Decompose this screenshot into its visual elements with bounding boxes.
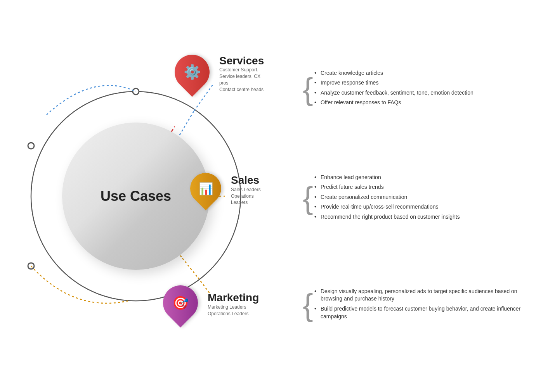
sales-title: Sales xyxy=(231,174,264,187)
sales-bullet-2: Predict future sales trends xyxy=(314,183,532,191)
diagram-area: Use Cases ⚙️ Services Customer Support, … xyxy=(23,22,264,371)
services-bullet-2: Improve response times xyxy=(314,79,532,87)
sales-bullet-list: Enhance lead generation Predict future s… xyxy=(314,174,532,221)
sales-bullet-4: Provide real-time up/cross-sell recommen… xyxy=(314,203,532,211)
services-icon: ⚙️ xyxy=(184,64,201,80)
marketing-bullet-2: Build predictive models to forecast cust… xyxy=(314,305,532,320)
services-bullet-4: Offer relevant responses to FAQs xyxy=(314,99,532,107)
sales-info-panel: Enhance lead generation Predict future s… xyxy=(303,174,532,223)
info-area: Create knowledge articles Improve respon… xyxy=(264,22,555,371)
marketing-icon: 🎯 xyxy=(172,295,189,311)
services-bullet-list: Create knowledge articles Improve respon… xyxy=(314,69,532,107)
sales-label-group: Sales Sales Leaders Operations Leaders xyxy=(231,174,264,206)
services-title: Services xyxy=(219,55,264,67)
marketing-pin: 🎯 xyxy=(156,278,205,327)
sales-bullet-1: Enhance lead generation xyxy=(314,174,532,181)
marketing-category: 🎯 Marketing Marketing Leaders Operations… xyxy=(163,285,259,324)
sales-pin: 📊 xyxy=(184,166,227,210)
services-subtitle: Customer Support, Service leaders, CX pr… xyxy=(219,67,264,93)
marketing-label-group: Marketing Marketing Leaders Operations L… xyxy=(208,292,259,317)
services-bullet-1: Create knowledge articles xyxy=(314,69,532,77)
sales-icon: 📊 xyxy=(199,181,213,195)
marketing-title: Marketing xyxy=(208,292,259,304)
sales-bullet-3: Create personalized communication xyxy=(314,193,532,201)
marketing-bullet-list: Design visually appealing, personalized … xyxy=(314,288,532,320)
services-label-group: Services Customer Support, Service leade… xyxy=(219,55,264,93)
sales-bullet-5: Recommend the right product based on cus… xyxy=(314,213,532,221)
sales-category: 📊 Sales Sales Leaders Operations Leaders xyxy=(190,173,264,208)
svg-line-10 xyxy=(182,258,198,278)
marketing-subtitle: Marketing Leaders Operations Leaders xyxy=(208,304,259,317)
services-pin: ⚙️ xyxy=(167,47,217,97)
services-category: ⚙️ Services Customer Support, Service le… xyxy=(175,55,264,93)
sales-subtitle: Sales Leaders Operations Leaders xyxy=(231,187,264,206)
use-cases-label: Use Cases xyxy=(101,188,171,204)
main-container: Use Cases ⚙️ Services Customer Support, … xyxy=(0,0,555,392)
svg-point-2 xyxy=(28,143,34,149)
services-bullet-3: Analyze customer feedback, sentiment, to… xyxy=(314,89,532,97)
services-info-panel: Create knowledge articles Improve respon… xyxy=(303,69,532,109)
marketing-info-panel: Design visually appealing, personalized … xyxy=(303,288,532,323)
inner-circle: Use Cases xyxy=(62,123,210,270)
marketing-bullet-1: Design visually appealing, personalized … xyxy=(314,288,532,303)
